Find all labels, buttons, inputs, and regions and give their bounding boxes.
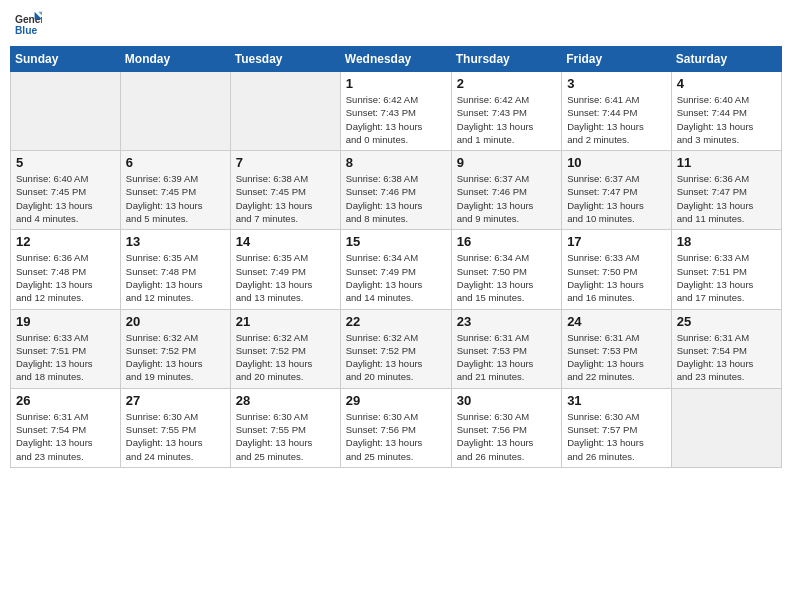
day-info: Sunrise: 6:30 AM Sunset: 7:56 PM Dayligh… [457, 410, 556, 463]
day-cell: 16Sunrise: 6:34 AM Sunset: 7:50 PM Dayli… [451, 230, 561, 309]
day-number: 6 [126, 155, 225, 170]
day-number: 16 [457, 234, 556, 249]
calendar-table: SundayMondayTuesdayWednesdayThursdayFrid… [10, 46, 782, 468]
week-row-1: 1Sunrise: 6:42 AM Sunset: 7:43 PM Daylig… [11, 72, 782, 151]
header: General Blue [10, 10, 782, 38]
day-cell: 17Sunrise: 6:33 AM Sunset: 7:50 PM Dayli… [562, 230, 672, 309]
day-info: Sunrise: 6:41 AM Sunset: 7:44 PM Dayligh… [567, 93, 666, 146]
day-info: Sunrise: 6:38 AM Sunset: 7:45 PM Dayligh… [236, 172, 335, 225]
day-number: 8 [346, 155, 446, 170]
weekday-header-friday: Friday [562, 47, 672, 72]
day-cell: 5Sunrise: 6:40 AM Sunset: 7:45 PM Daylig… [11, 151, 121, 230]
day-number: 28 [236, 393, 335, 408]
week-row-4: 19Sunrise: 6:33 AM Sunset: 7:51 PM Dayli… [11, 309, 782, 388]
weekday-header-saturday: Saturday [671, 47, 781, 72]
day-cell: 24Sunrise: 6:31 AM Sunset: 7:53 PM Dayli… [562, 309, 672, 388]
day-cell: 1Sunrise: 6:42 AM Sunset: 7:43 PM Daylig… [340, 72, 451, 151]
day-cell: 9Sunrise: 6:37 AM Sunset: 7:46 PM Daylig… [451, 151, 561, 230]
day-cell [11, 72, 121, 151]
weekday-header-monday: Monday [120, 47, 230, 72]
day-info: Sunrise: 6:42 AM Sunset: 7:43 PM Dayligh… [457, 93, 556, 146]
logo: General Blue [14, 10, 42, 38]
day-number: 14 [236, 234, 335, 249]
day-cell: 15Sunrise: 6:34 AM Sunset: 7:49 PM Dayli… [340, 230, 451, 309]
day-cell [230, 72, 340, 151]
day-info: Sunrise: 6:30 AM Sunset: 7:57 PM Dayligh… [567, 410, 666, 463]
day-number: 24 [567, 314, 666, 329]
day-info: Sunrise: 6:35 AM Sunset: 7:48 PM Dayligh… [126, 251, 225, 304]
weekday-header-tuesday: Tuesday [230, 47, 340, 72]
day-cell: 21Sunrise: 6:32 AM Sunset: 7:52 PM Dayli… [230, 309, 340, 388]
day-info: Sunrise: 6:38 AM Sunset: 7:46 PM Dayligh… [346, 172, 446, 225]
day-info: Sunrise: 6:31 AM Sunset: 7:53 PM Dayligh… [567, 331, 666, 384]
day-info: Sunrise: 6:30 AM Sunset: 7:56 PM Dayligh… [346, 410, 446, 463]
day-info: Sunrise: 6:32 AM Sunset: 7:52 PM Dayligh… [346, 331, 446, 384]
weekday-header-row: SundayMondayTuesdayWednesdayThursdayFrid… [11, 47, 782, 72]
day-cell: 18Sunrise: 6:33 AM Sunset: 7:51 PM Dayli… [671, 230, 781, 309]
day-info: Sunrise: 6:35 AM Sunset: 7:49 PM Dayligh… [236, 251, 335, 304]
day-number: 3 [567, 76, 666, 91]
day-info: Sunrise: 6:33 AM Sunset: 7:51 PM Dayligh… [16, 331, 115, 384]
day-cell: 2Sunrise: 6:42 AM Sunset: 7:43 PM Daylig… [451, 72, 561, 151]
day-info: Sunrise: 6:37 AM Sunset: 7:47 PM Dayligh… [567, 172, 666, 225]
day-info: Sunrise: 6:30 AM Sunset: 7:55 PM Dayligh… [236, 410, 335, 463]
day-cell: 25Sunrise: 6:31 AM Sunset: 7:54 PM Dayli… [671, 309, 781, 388]
day-number: 20 [126, 314, 225, 329]
day-info: Sunrise: 6:30 AM Sunset: 7:55 PM Dayligh… [126, 410, 225, 463]
day-number: 29 [346, 393, 446, 408]
day-info: Sunrise: 6:37 AM Sunset: 7:46 PM Dayligh… [457, 172, 556, 225]
day-cell: 4Sunrise: 6:40 AM Sunset: 7:44 PM Daylig… [671, 72, 781, 151]
day-number: 15 [346, 234, 446, 249]
weekday-header-sunday: Sunday [11, 47, 121, 72]
day-cell: 13Sunrise: 6:35 AM Sunset: 7:48 PM Dayli… [120, 230, 230, 309]
week-row-5: 26Sunrise: 6:31 AM Sunset: 7:54 PM Dayli… [11, 388, 782, 467]
day-number: 1 [346, 76, 446, 91]
day-info: Sunrise: 6:42 AM Sunset: 7:43 PM Dayligh… [346, 93, 446, 146]
day-cell: 20Sunrise: 6:32 AM Sunset: 7:52 PM Dayli… [120, 309, 230, 388]
day-number: 21 [236, 314, 335, 329]
day-cell: 31Sunrise: 6:30 AM Sunset: 7:57 PM Dayli… [562, 388, 672, 467]
day-info: Sunrise: 6:31 AM Sunset: 7:54 PM Dayligh… [677, 331, 776, 384]
day-number: 5 [16, 155, 115, 170]
week-row-3: 12Sunrise: 6:36 AM Sunset: 7:48 PM Dayli… [11, 230, 782, 309]
day-cell: 8Sunrise: 6:38 AM Sunset: 7:46 PM Daylig… [340, 151, 451, 230]
day-cell: 26Sunrise: 6:31 AM Sunset: 7:54 PM Dayli… [11, 388, 121, 467]
day-cell: 28Sunrise: 6:30 AM Sunset: 7:55 PM Dayli… [230, 388, 340, 467]
day-cell: 11Sunrise: 6:36 AM Sunset: 7:47 PM Dayli… [671, 151, 781, 230]
day-number: 18 [677, 234, 776, 249]
day-cell: 23Sunrise: 6:31 AM Sunset: 7:53 PM Dayli… [451, 309, 561, 388]
weekday-header-thursday: Thursday [451, 47, 561, 72]
day-number: 27 [126, 393, 225, 408]
logo-icon: General Blue [14, 10, 42, 38]
day-info: Sunrise: 6:39 AM Sunset: 7:45 PM Dayligh… [126, 172, 225, 225]
day-number: 10 [567, 155, 666, 170]
day-cell: 7Sunrise: 6:38 AM Sunset: 7:45 PM Daylig… [230, 151, 340, 230]
day-info: Sunrise: 6:31 AM Sunset: 7:53 PM Dayligh… [457, 331, 556, 384]
day-info: Sunrise: 6:33 AM Sunset: 7:51 PM Dayligh… [677, 251, 776, 304]
day-number: 9 [457, 155, 556, 170]
day-number: 7 [236, 155, 335, 170]
day-number: 23 [457, 314, 556, 329]
day-number: 17 [567, 234, 666, 249]
day-cell [671, 388, 781, 467]
day-number: 30 [457, 393, 556, 408]
day-number: 25 [677, 314, 776, 329]
weekday-header-wednesday: Wednesday [340, 47, 451, 72]
day-number: 4 [677, 76, 776, 91]
day-cell: 27Sunrise: 6:30 AM Sunset: 7:55 PM Dayli… [120, 388, 230, 467]
day-number: 12 [16, 234, 115, 249]
svg-text:Blue: Blue [15, 25, 38, 36]
day-cell: 30Sunrise: 6:30 AM Sunset: 7:56 PM Dayli… [451, 388, 561, 467]
day-cell: 14Sunrise: 6:35 AM Sunset: 7:49 PM Dayli… [230, 230, 340, 309]
day-info: Sunrise: 6:34 AM Sunset: 7:50 PM Dayligh… [457, 251, 556, 304]
day-number: 2 [457, 76, 556, 91]
day-info: Sunrise: 6:40 AM Sunset: 7:45 PM Dayligh… [16, 172, 115, 225]
day-number: 13 [126, 234, 225, 249]
day-info: Sunrise: 6:32 AM Sunset: 7:52 PM Dayligh… [236, 331, 335, 384]
day-info: Sunrise: 6:32 AM Sunset: 7:52 PM Dayligh… [126, 331, 225, 384]
day-info: Sunrise: 6:36 AM Sunset: 7:48 PM Dayligh… [16, 251, 115, 304]
day-number: 11 [677, 155, 776, 170]
day-info: Sunrise: 6:31 AM Sunset: 7:54 PM Dayligh… [16, 410, 115, 463]
week-row-2: 5Sunrise: 6:40 AM Sunset: 7:45 PM Daylig… [11, 151, 782, 230]
day-info: Sunrise: 6:40 AM Sunset: 7:44 PM Dayligh… [677, 93, 776, 146]
